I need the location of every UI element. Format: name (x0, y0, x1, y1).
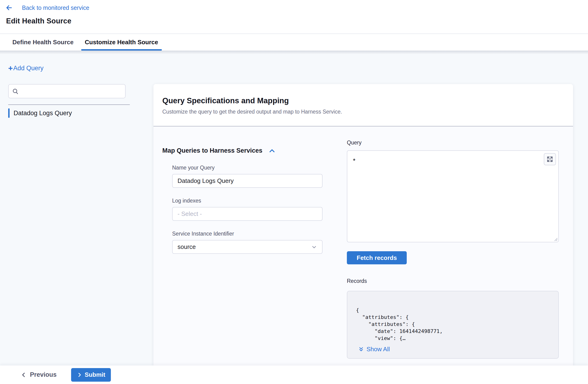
previous-label: Previous (30, 371, 57, 378)
map-queries-section-toggle[interactable]: Map Queries to Harness Services (162, 147, 340, 154)
plus-icon: + (8, 65, 13, 71)
field-query-name: Name your Query (172, 165, 340, 188)
submit-label: Submit (85, 371, 105, 378)
field-service-instance-identifier: Service Instance Identifier source (172, 231, 340, 254)
card-title: Query Specifications and Mapping (162, 96, 564, 105)
query-search-input[interactable] (22, 88, 122, 95)
service-instance-identifier-select[interactable]: source (172, 240, 322, 254)
log-indexes-select[interactable]: - Select - (172, 207, 322, 221)
chevron-down-icon (311, 244, 317, 250)
chevron-left-icon (21, 372, 27, 378)
search-icon (12, 88, 19, 95)
selected-indicator-bar (8, 108, 10, 118)
tab-define-health-source[interactable]: Define Health Source (9, 34, 77, 51)
records-json-preview: { "attributes": { "attributes": { "date"… (356, 307, 554, 342)
query-column: Query * (347, 139, 559, 359)
map-queries-heading: Map Queries to Harness Services (162, 147, 262, 154)
service-instance-identifier-value: source (178, 243, 196, 250)
fetch-records-button[interactable]: Fetch records (347, 251, 407, 264)
records-panel: { "attributes": { "attributes": { "date"… (347, 291, 559, 359)
add-query-label: Add Query (13, 65, 43, 72)
query-spec-card: Query Specifications and Mapping Customi… (153, 84, 573, 365)
previous-button[interactable]: Previous (21, 371, 57, 378)
page-title: Edit Health Source (6, 17, 588, 25)
log-indexes-label: Log indexes (172, 198, 340, 204)
submit-button[interactable]: Submit (71, 368, 111, 382)
query-name-label: Name your Query (172, 165, 340, 171)
expand-query-button[interactable] (544, 153, 556, 165)
content-area: + Add Query Datadog Logs Query Query Spe… (0, 51, 588, 365)
add-query-button[interactable]: + Add Query (8, 65, 43, 72)
query-list-item-datadog-logs[interactable]: Datadog Logs Query (8, 108, 72, 118)
back-link[interactable]: Back to monitored service (0, 0, 588, 11)
query-label: Query (347, 139, 559, 146)
query-search-box (8, 84, 126, 98)
resize-handle-icon[interactable] (554, 237, 558, 241)
records-label: Records (347, 278, 559, 284)
map-queries-form: Map Queries to Harness Services Name you… (162, 147, 340, 264)
service-instance-identifier-label: Service Instance Identifier (172, 231, 340, 237)
query-editor: * (347, 150, 559, 242)
footer-bar: Previous Submit (0, 365, 588, 384)
query-textarea[interactable]: * (347, 150, 559, 242)
tab-bar: Define Health Source Customize Health So… (0, 33, 588, 51)
query-name-input[interactable] (172, 174, 322, 188)
card-header: Query Specifications and Mapping Customi… (153, 84, 573, 126)
edit-health-source-page: Back to monitored service Edit Health So… (0, 0, 588, 384)
query-item-label: Datadog Logs Query (14, 110, 72, 117)
field-log-indexes: Log indexes - Select - (172, 198, 340, 221)
back-link-label[interactable]: Back to monitored service (22, 4, 89, 11)
sidebar-divider (8, 104, 130, 105)
page-header: Back to monitored service Edit Health So… (0, 0, 588, 33)
chevron-right-icon (77, 372, 82, 378)
double-chevron-down-icon (358, 346, 364, 352)
log-indexes-placeholder: - Select - (178, 210, 202, 218)
card-body: Map Queries to Harness Services Name you… (153, 126, 573, 365)
card-subtitle: Customize the query to get the desired o… (162, 109, 564, 115)
form-fields: Name your Query Log indexes - Select - S… (172, 165, 340, 254)
tab-customize-health-source[interactable]: Customize Health Source (81, 34, 162, 51)
back-arrow-icon (6, 4, 13, 11)
expand-icon (546, 156, 553, 162)
show-all-label: Show All (366, 346, 390, 353)
chevron-up-icon (269, 147, 275, 154)
show-all-link[interactable]: Show All (358, 346, 554, 353)
